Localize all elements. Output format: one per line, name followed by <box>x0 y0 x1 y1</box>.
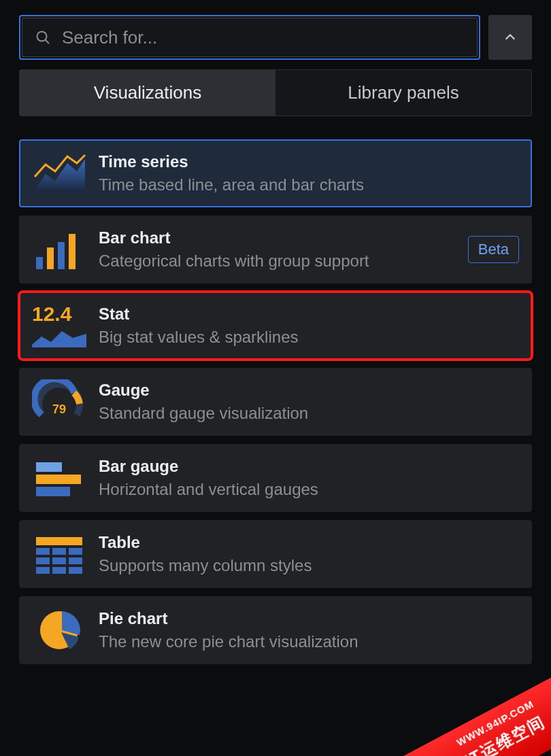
svg-rect-15 <box>52 557 66 564</box>
table-icon <box>32 532 86 577</box>
viz-desc: Standard gauge visualization <box>99 404 519 423</box>
viz-item-pie-chart[interactable]: Pie chart The new core pie chart visuali… <box>19 596 532 664</box>
viz-desc: The new core pie chart visualization <box>99 632 519 651</box>
svg-rect-4 <box>58 242 65 269</box>
search-input[interactable] <box>61 27 465 49</box>
viz-title: Time series <box>99 152 519 171</box>
viz-desc: Horizontal and vertical gauges <box>99 480 519 499</box>
svg-rect-8 <box>36 475 81 484</box>
time-series-icon <box>32 151 86 196</box>
watermark-brand: IT运维空间 <box>403 678 551 756</box>
watermark-ribbon: WWW.94IP.COM IT运维空间 <box>393 659 551 756</box>
svg-rect-16 <box>69 557 82 564</box>
svg-rect-2 <box>36 257 43 269</box>
svg-point-0 <box>37 32 47 41</box>
viz-title: Stat <box>99 305 519 324</box>
svg-line-1 <box>46 40 49 44</box>
tab-library-panels[interactable]: Library panels <box>276 70 531 116</box>
svg-rect-13 <box>69 548 82 555</box>
viz-title: Table <box>99 533 519 552</box>
collapse-button[interactable] <box>488 15 532 60</box>
tab-visualizations[interactable]: Visualizations <box>20 70 276 116</box>
bar-gauge-icon <box>32 456 86 500</box>
svg-rect-5 <box>69 234 76 269</box>
svg-rect-11 <box>36 548 50 555</box>
viz-title: Pie chart <box>99 609 519 628</box>
svg-rect-19 <box>69 567 82 574</box>
svg-rect-14 <box>36 557 50 564</box>
stat-number: 12.4 <box>32 304 71 324</box>
bar-chart-icon <box>32 227 86 272</box>
svg-rect-7 <box>36 462 62 472</box>
viz-desc: Categorical charts with group support <box>99 252 519 271</box>
stat-icon: 12.4 <box>32 303 86 348</box>
viz-title: Gauge <box>99 381 519 400</box>
viz-item-table[interactable]: Table Supports many column styles <box>19 520 532 588</box>
svg-text:79: 79 <box>52 402 66 416</box>
viz-title: Bar gauge <box>99 457 519 476</box>
pie-chart-icon <box>32 608 86 653</box>
viz-title: Bar chart <box>99 228 519 247</box>
viz-item-bar-chart[interactable]: Bar chart Categorical charts with group … <box>19 216 532 284</box>
svg-rect-17 <box>36 567 50 574</box>
viz-item-time-series[interactable]: Time series Time based line, area and ba… <box>19 139 532 207</box>
svg-rect-3 <box>47 247 54 269</box>
svg-rect-18 <box>52 567 66 574</box>
svg-rect-12 <box>52 548 66 555</box>
search-icon <box>35 29 51 46</box>
search-field[interactable] <box>22 18 478 57</box>
chevron-up-icon <box>503 30 518 45</box>
svg-rect-9 <box>36 487 70 496</box>
viz-item-stat[interactable]: 12.4 Stat Big stat values & sparklines <box>19 292 532 360</box>
viz-item-bar-gauge[interactable]: Bar gauge Horizontal and vertical gauges <box>19 444 532 512</box>
search-field-wrapper <box>19 15 480 60</box>
beta-badge: Beta <box>468 236 519 263</box>
viz-desc: Big stat values & sparklines <box>99 328 519 347</box>
tab-bar: Visualizations Library panels <box>19 69 532 116</box>
viz-desc: Time based line, area and bar charts <box>99 175 519 194</box>
visualization-list: Time series Time based line, area and ba… <box>19 139 532 664</box>
viz-item-gauge[interactable]: 79 Gauge Standard gauge visualization <box>19 368 532 436</box>
gauge-icon: 79 <box>32 379 86 424</box>
svg-rect-10 <box>36 537 82 545</box>
viz-desc: Supports many column styles <box>99 556 519 575</box>
